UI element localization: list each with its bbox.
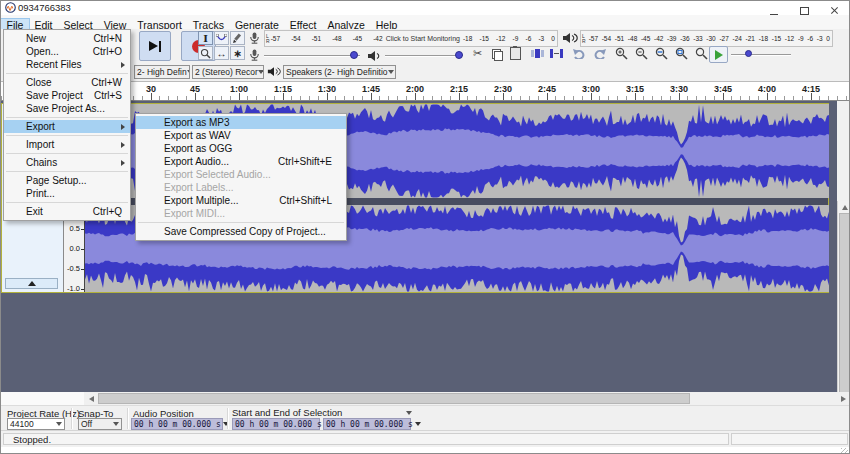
cut-button[interactable]: ✂ (469, 46, 486, 61)
menu-item-recent-files[interactable]: Recent Files (4, 58, 130, 71)
timeline-label: 2:15 (450, 84, 468, 94)
ruler-tick (81, 269, 84, 270)
recording-volume-slider[interactable] (264, 51, 360, 59)
scroll-left-icon[interactable] (85, 392, 98, 405)
selection-start-value: 00 h 00 m 00.000 s (235, 420, 322, 429)
menu-item-import[interactable]: Import (4, 138, 130, 151)
menu-item-save-project[interactable]: Save ProjectCtrl+S (4, 89, 130, 102)
close-icon[interactable] (819, 1, 849, 15)
recording-device-select[interactable]: 2 (Stereo) Recor (192, 65, 264, 79)
monitor-text[interactable]: Click to Start Monitoring (383, 35, 463, 42)
maximize-icon[interactable] (789, 1, 819, 15)
draw-tool-button[interactable] (230, 31, 245, 45)
menu-item-save-project-as[interactable]: Save Project As... (4, 102, 130, 115)
undo-button[interactable] (571, 46, 588, 61)
meter-tick: -15 (772, 35, 781, 42)
menu-item-export-labels: Export Labels... (136, 181, 346, 194)
playback-meter[interactable]: LR -57-54-51-48-45-42-39-36-33-30-27-24-… (580, 30, 833, 47)
selection-tool-button[interactable]: I (198, 31, 213, 45)
end-bar-icon (159, 41, 161, 52)
menu-item-save-compressed-copy-of-project[interactable]: Save Compressed Copy of Project... (136, 225, 346, 238)
silence-audio-button[interactable] (548, 46, 565, 61)
paste-button[interactable] (507, 46, 524, 61)
project-rate-select[interactable]: 44100 (7, 418, 65, 430)
menu-item-chains[interactable]: Chains (4, 156, 130, 169)
zoom-tool-button[interactable] (198, 46, 213, 60)
fit-project-button[interactable] (673, 46, 690, 61)
selection-mode-select[interactable]: Start and End of Selection (232, 407, 412, 418)
multi-tool-button[interactable]: ∗ (230, 46, 245, 60)
zoom-toggle-button[interactable] (693, 46, 710, 61)
timeline-label: 3:45 (714, 84, 732, 94)
menu-item-label: Export as OGG (164, 143, 232, 154)
slider-knob[interactable] (745, 50, 752, 57)
play-speed-slider[interactable] (731, 50, 791, 58)
meter-tick: -48 (332, 35, 341, 42)
playback-device-select[interactable]: Speakers (2- High Definitio (283, 65, 396, 79)
zoom-out-button[interactable] (633, 46, 650, 61)
playback-volume-slider[interactable] (385, 51, 463, 59)
resize-grip[interactable] (841, 448, 848, 454)
meter-tick: -57 (589, 35, 598, 42)
skip-to-end-button[interactable] (139, 31, 171, 61)
play-at-speed-button[interactable] (709, 46, 728, 63)
menu-item-label: Close (26, 77, 52, 88)
meter-tick: -24 (732, 35, 741, 42)
meter-tick: -42 (373, 35, 382, 42)
menu-item-open[interactable]: Open...Ctrl+O (4, 45, 130, 58)
menu-item-new[interactable]: NewCtrl+N (4, 32, 130, 45)
asterisk-icon: ∗ (233, 48, 241, 59)
copy-button[interactable] (488, 46, 505, 61)
menu-item-export-audio[interactable]: Export Audio...Ctrl+Shift+E (136, 155, 346, 168)
menu-item-export-as-ogg[interactable]: Export as OGG (136, 142, 346, 155)
recording-meter[interactable]: LR -57-54-51-48-45-42 Click to Start Mon… (264, 30, 558, 47)
chevron-down-icon (187, 70, 190, 74)
slider-knob[interactable] (350, 51, 358, 59)
meter-channel-labels: LR (582, 34, 586, 44)
track-collapse-button[interactable] (5, 278, 58, 289)
mixer-speaker-icon (367, 49, 383, 63)
menu-item-print[interactable]: Print... (4, 187, 130, 200)
zoom-in-button[interactable] (613, 46, 630, 61)
selection-end-field[interactable]: 00 h 00 m 00.000 s (323, 418, 411, 430)
pencil-icon (232, 33, 243, 44)
minimize-icon[interactable] (759, 1, 789, 15)
playback-device-value: Speakers (2- High Definitio (286, 67, 388, 77)
menu-item-export[interactable]: Export (4, 120, 130, 133)
menu-item-close[interactable]: CloseCtrl+W (4, 76, 130, 89)
timeline-label: 1:30 (318, 84, 336, 94)
collapse-arrow-icon (28, 281, 36, 286)
menu-item-exit[interactable]: ExitCtrl+Q (4, 205, 130, 218)
ruler-label: 0.0 (62, 245, 80, 253)
timeline-label: 2:45 (538, 84, 556, 94)
fit-selection-button[interactable] (653, 46, 670, 61)
title-bar[interactable]: 0934766383 (1, 1, 849, 15)
snap-to-select[interactable]: Off (78, 418, 122, 430)
menu-item-export-as-wav[interactable]: Export as WAV (136, 129, 346, 142)
menu-item-export-multiple[interactable]: Export Multiple...Ctrl+Shift+L (136, 194, 346, 207)
audio-host-select[interactable]: 2- High Defin (134, 65, 190, 79)
scroll-right-icon[interactable] (837, 392, 850, 405)
scroll-up-icon[interactable] (838, 201, 850, 213)
timeline-label: 1:15 (274, 84, 292, 94)
undo-icon (573, 48, 587, 59)
menu-item-export-as-mp3[interactable]: Export as MP3 (136, 116, 346, 129)
horizontal-scroll-thumb[interactable] (98, 393, 690, 404)
selection-start-field[interactable]: 00 h 00 m 00.000 s (232, 418, 320, 430)
menu-separator-line (6, 73, 128, 74)
play-speed-icon (715, 50, 723, 60)
selection-mode-label: Start and End of Selection (232, 407, 342, 418)
copy-icon (492, 49, 501, 59)
slider-knob[interactable] (455, 51, 463, 59)
envelope-tool-button[interactable] (214, 31, 229, 45)
meter-tick: 0 (826, 35, 830, 42)
meter-tick: -30 (706, 35, 715, 42)
audio-position-field[interactable]: 00 h 00 m 00.000 s (131, 418, 223, 430)
fit-project-icon (675, 47, 688, 60)
redo-button[interactable] (590, 46, 607, 61)
timeshift-tool-button[interactable]: ↔ (214, 46, 229, 60)
horizontal-scrollbar[interactable] (1, 392, 849, 405)
menu-item-page-setup[interactable]: Page Setup... (4, 174, 130, 187)
trim-audio-button[interactable] (529, 46, 546, 61)
menu-separator-line (6, 202, 128, 203)
